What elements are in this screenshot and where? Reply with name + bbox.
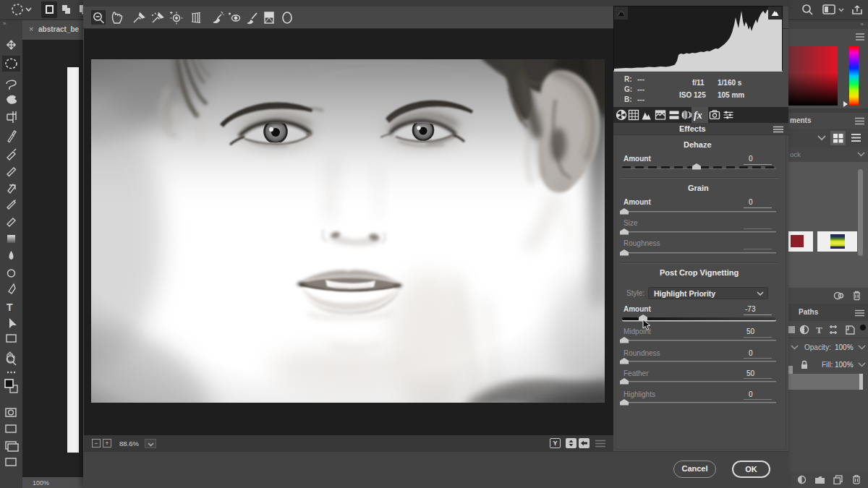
- svg-text:fx: fx: [694, 110, 702, 121]
- svg-text:T: T: [7, 301, 13, 313]
- svg-text:T: T: [816, 325, 822, 335]
